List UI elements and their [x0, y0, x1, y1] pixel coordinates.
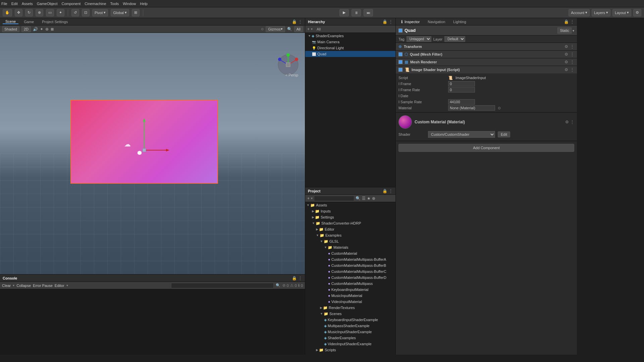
console-lock-icon[interactable]: 🔒 [292, 276, 297, 281]
proj-assets[interactable]: ▼ 📁 Assets [305, 202, 395, 208]
iframerate-input[interactable] [448, 87, 475, 93]
inspector-menu-icon[interactable]: ⋮ [570, 19, 574, 24]
project-settings-tab[interactable]: Project Settings [39, 20, 70, 24]
hand-tool-btn[interactable]: ✋ [3, 9, 12, 16]
proj-shaderexamples-scene[interactable]: ◈ ShaderExamples [305, 335, 395, 341]
gizmos-btn[interactable]: Gizmos ▾ [266, 26, 285, 32]
proj-custommaterial-multipass[interactable]: ● CustomMaterialMultipass [305, 281, 395, 287]
add-project-dropdown[interactable]: ▾ [311, 196, 313, 200]
add-hierarchy-btn[interactable]: + [307, 27, 310, 32]
script-menu-btn[interactable]: ⋮ [570, 67, 574, 72]
game-tab[interactable]: Game [21, 20, 37, 24]
scene-viewport[interactable]: ☁ [0, 33, 305, 274]
proj-editor[interactable]: ▶ 📁 Editor [305, 226, 395, 232]
clear-btn[interactable]: Clear [2, 284, 11, 288]
tag-dropdown[interactable]: Untagged [407, 36, 431, 42]
rect-tool-btn[interactable]: ▭ [46, 9, 54, 16]
static-dropdown[interactable]: ▾ [573, 29, 574, 33]
hierarchy-menu-icon[interactable]: ⋮ [389, 19, 393, 24]
proj-custommaterial[interactable]: ● CustomMaterial [305, 250, 395, 256]
transform-gear-btn[interactable]: ⚙ [565, 44, 568, 49]
hierarchy-item-quad[interactable]: ⬜ Quad [305, 51, 395, 57]
collapse-btn[interactable]: Collapse [16, 284, 31, 288]
navigation-tab[interactable]: Navigation [425, 20, 448, 24]
global-btn[interactable]: Global ▾ [111, 9, 129, 16]
refresh-btn[interactable]: ↺ [71, 9, 79, 16]
proj-custommaterial-bufferb[interactable]: ● CustomMaterialMultipass-BufferB [305, 262, 395, 268]
object-active-checkbox[interactable] [398, 28, 402, 33]
proj-custommaterial-buffera[interactable]: ● CustomMaterialMultipass-BufferA [305, 256, 395, 262]
script-checkbox[interactable] [398, 68, 402, 72]
scale-tool-btn[interactable]: ⊕ [36, 9, 43, 16]
add-hierarchy-dropdown[interactable]: ▾ [311, 27, 313, 31]
edit-shader-btn[interactable]: Edit [498, 131, 510, 137]
meshrenderer-header[interactable]: ▦ Mesh Renderer ⚙ ⋮ [396, 58, 577, 66]
audio-btn[interactable]: 🔊 [33, 27, 38, 32]
script-gear-btn[interactable]: ⚙ [565, 67, 568, 72]
proj-glsl[interactable]: ▼ 📁 GLSL [305, 238, 395, 244]
play-btn[interactable]: ▶ [339, 9, 349, 16]
layout-dropdown[interactable]: Layout ▾ [612, 9, 631, 16]
meshrenderer-gear-btn[interactable]: ⚙ [565, 60, 568, 64]
lock-icon[interactable]: 🔒 [292, 19, 297, 24]
proj-videoinputmaterial[interactable]: ● VideoInputMaterial [305, 299, 395, 305]
effects-btn[interactable]: ✦ [40, 27, 43, 32]
shaded-btn[interactable]: Shaded [2, 26, 19, 32]
clear-dropdown[interactable]: ▾ [13, 284, 14, 287]
account-dropdown[interactable]: Account ▾ [569, 9, 590, 16]
static-label[interactable]: Static ▾ [557, 28, 574, 33]
layers-dropdown[interactable]: Layers ▾ [592, 9, 610, 16]
editor-dropdown[interactable]: ▾ [66, 284, 68, 287]
hierarchy-lock-icon[interactable]: 🔒 [382, 19, 387, 24]
proj-scripts[interactable]: ▶ 📁 Scripts [305, 347, 395, 353]
inspector-tab[interactable]: ℹ Inspector [398, 19, 422, 24]
proj-musicinputexample[interactable]: ◈ MusicInputShaderExample [305, 329, 395, 335]
snap-btn[interactable]: ⊡ [82, 9, 90, 16]
project-extra-icon[interactable]: ⊕ [372, 196, 375, 201]
rotate-tool-btn[interactable]: ↻ [25, 9, 33, 16]
scene-tab[interactable]: Scene [3, 19, 18, 24]
2d-btn[interactable]: 2D [21, 26, 31, 32]
proj-keyboardinputexample[interactable]: ◈ KeyboardInputShaderExample [305, 317, 395, 323]
menu-help[interactable]: Help [140, 2, 148, 6]
meshrenderer-menu-btn[interactable]: ⋮ [570, 60, 574, 64]
transform-header[interactable]: ⊕ Transform ⚙ ⋮ [396, 43, 577, 50]
hierarchy-item-shaderexamples[interactable]: ▼ ◈ ShaderExamples [305, 33, 395, 39]
menu-assets[interactable]: Assets [22, 2, 33, 6]
menu-edit[interactable]: Edit [11, 2, 18, 6]
shader-dropdown[interactable]: Custom/CustomShader [428, 131, 495, 138]
project-filter-icon[interactable]: ☰ [362, 196, 366, 201]
menu-gameobject[interactable]: GameObject [37, 2, 58, 6]
add-project-btn[interactable]: + [307, 196, 310, 201]
scene-menu-icon[interactable]: ⋮ [298, 19, 302, 24]
error-pause-btn[interactable]: Error Pause [33, 284, 53, 288]
meshrenderer-checkbox[interactable] [398, 60, 402, 64]
proj-materials[interactable]: ▼ 📁 Materials [305, 244, 395, 250]
menu-cinemachine[interactable]: Cinemachine [85, 2, 106, 6]
add-component-btn[interactable]: Add Component [398, 144, 574, 152]
project-search-input[interactable] [314, 196, 354, 201]
isamplerate-input[interactable] [448, 99, 475, 105]
editor-btn[interactable]: Editor [55, 284, 64, 288]
transform-tool-btn[interactable]: ✦ [57, 9, 64, 16]
proj-scenes[interactable]: ▼ 📁 Scenes [305, 311, 395, 317]
proj-musicinputmaterial[interactable]: ● MusicInputMaterial [305, 293, 395, 299]
proj-settings[interactable]: ▶ 📁 Settings [305, 214, 395, 220]
settings-btn[interactable]: ⚙ [633, 9, 641, 16]
proj-keyboardinputmaterial[interactable]: ● KeyboardInputMaterial [305, 287, 395, 293]
console-menu-icon[interactable]: ⋮ [298, 276, 302, 281]
step-btn[interactable]: ⏭ [364, 9, 373, 16]
project-search-icon[interactable]: 🔍 [356, 196, 361, 201]
all-label[interactable]: All [317, 27, 321, 31]
proj-custommaterial-bufferc[interactable]: ● CustomMaterialMultipass-BufferC [305, 268, 395, 275]
meshfilter-checkbox[interactable] [398, 52, 402, 56]
menu-component[interactable]: Component [61, 2, 80, 6]
proj-rendertextures[interactable]: ▶ 📁 RenderTextures [305, 305, 395, 311]
iframe-input[interactable] [448, 81, 475, 86]
grid-btn[interactable]: ⊞ [132, 9, 140, 16]
proj-shaderconverter[interactable]: ▼ 📁 ShaderConverter-HDRP [305, 220, 395, 226]
material-gear-btn[interactable]: ⚙ [565, 120, 569, 124]
all-btn[interactable]: All [294, 26, 303, 32]
console-search-input[interactable] [171, 283, 274, 288]
menu-tools[interactable]: Tools [110, 2, 119, 6]
